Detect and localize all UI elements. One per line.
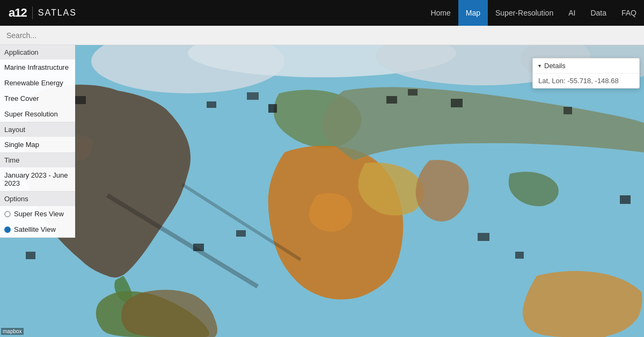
lat-lon-value: -55.718, -148.68 (567, 77, 618, 85)
details-header[interactable]: ▾ Details (533, 58, 639, 74)
nav-map[interactable]: Map (458, 0, 488, 26)
super-res-label: Super Res View (14, 210, 64, 218)
application-item-renewable[interactable]: Renewable Energy (0, 75, 75, 91)
navbar: a12 SATLAS Home Map Super-Resolution AI … (0, 0, 644, 26)
nav-super-resolution[interactable]: Super-Resolution (488, 0, 561, 26)
layout-section: Layout Single Map (0, 122, 75, 153)
svg-rect-12 (564, 107, 572, 114)
searchbar (0, 26, 644, 45)
svg-rect-18 (26, 252, 35, 259)
svg-rect-9 (386, 96, 397, 104)
svg-rect-16 (515, 252, 524, 259)
svg-rect-7 (247, 92, 259, 100)
search-input[interactable] (0, 31, 644, 40)
details-title: Details (544, 62, 566, 70)
lat-lon-label: Lat, Lon: (538, 77, 566, 85)
application-item-super-resolution[interactable]: Super Resolution (0, 106, 75, 122)
svg-rect-14 (236, 230, 246, 237)
option-satellite-view[interactable]: Satellite View (0, 222, 75, 237)
satellite-radio[interactable] (4, 226, 11, 233)
nav-data[interactable]: Data (583, 0, 614, 26)
map-area[interactable] (0, 45, 644, 337)
layout-header: Layout (0, 122, 75, 137)
chevron-down-icon: ▾ (538, 63, 541, 69)
map-attribution: mapbox (1, 328, 24, 335)
logo-divider (32, 6, 33, 19)
application-item-marine[interactable]: Marine Infrastructure (0, 60, 75, 75)
details-popup: ▾ Details Lat, Lon: -55.718, -148.68 (532, 58, 640, 89)
svg-rect-15 (478, 233, 489, 241)
satellite-label: Satellite View (14, 225, 56, 233)
nav-home[interactable]: Home (423, 0, 458, 26)
logo-area: a12 SATLAS (0, 6, 85, 20)
nav-ai[interactable]: AI (561, 0, 583, 26)
svg-rect-11 (451, 99, 463, 107)
nav-faq[interactable]: FAQ (614, 0, 644, 26)
time-value[interactable]: January 2023 - June 2023 (0, 167, 75, 191)
application-section: Application Marine Infrastructure Renewa… (0, 45, 75, 122)
time-section: Time January 2023 - June 2023 (0, 153, 75, 192)
logo-satlas: SATLAS (38, 8, 77, 18)
svg-rect-6 (207, 101, 216, 108)
option-super-res-view[interactable]: Super Res View (0, 206, 75, 222)
logo-a12: a12 (9, 6, 27, 20)
application-item-tree-cover[interactable]: Tree Cover (0, 91, 75, 106)
options-section: Options Super Res View Satellite View (0, 192, 75, 238)
svg-rect-17 (620, 195, 631, 204)
svg-rect-5 (75, 96, 86, 104)
left-panel: Application Marine Infrastructure Renewa… (0, 45, 75, 238)
time-header: Time (0, 153, 75, 167)
map-svg (0, 45, 644, 337)
options-header: Options (0, 192, 75, 206)
nav-links: Home Map Super-Resolution AI Data FAQ (423, 0, 644, 26)
svg-rect-8 (268, 104, 277, 113)
super-res-radio[interactable] (4, 211, 11, 217)
layout-item-single-map[interactable]: Single Map (0, 137, 75, 152)
details-content: Lat, Lon: -55.718, -148.68 (533, 74, 639, 88)
svg-rect-10 (408, 89, 418, 96)
application-header: Application (0, 45, 75, 60)
